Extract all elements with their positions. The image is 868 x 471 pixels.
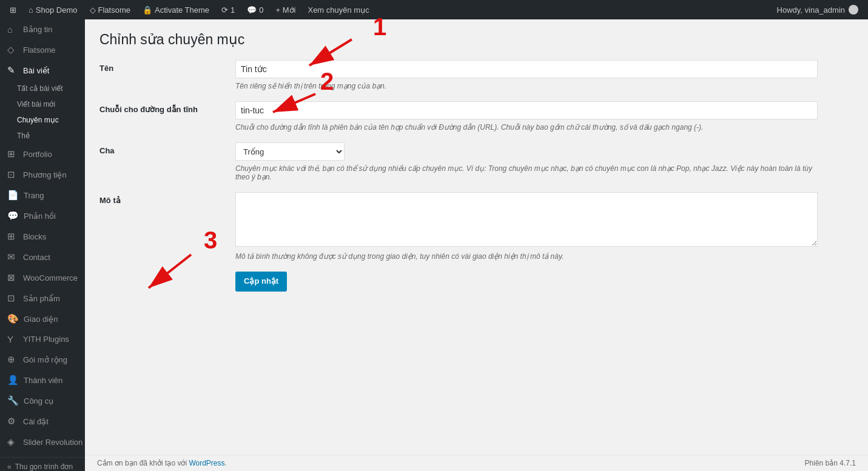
tools-icon: 🔧: [7, 395, 19, 406]
sidebar-submenu-bai-viet: Tất cả bài viết Viết bài mới Chuyên mục …: [0, 81, 85, 144]
wordpress-link[interactable]: WordPress: [189, 459, 224, 467]
footer-left: Cảm ơn bạn đã khởi tạo với WordPress.: [97, 459, 227, 467]
comments-icon: 💬: [7, 210, 19, 221]
contact-icon: ✉: [7, 252, 18, 262]
slider-icon: ◈: [7, 436, 18, 447]
textarea-mota[interactable]: [235, 192, 818, 247]
hint-mota: Mô tả bình thường không được sử dụng tro…: [235, 252, 818, 261]
user-info: Howdy, vina_admin: [772, 5, 863, 15]
comments[interactable]: 💬 0: [242, 0, 268, 19]
sidebar-item-san-pham[interactable]: ⊡ Sản phẩm: [0, 288, 85, 309]
sidebar-item-thanh-vien[interactable]: 👤 Thành viên: [0, 370, 85, 390]
wp-icon: ⊞: [10, 5, 16, 15]
hint-chuoi: Chuỗi cho đường dẫn tĩnh là phiên bản củ…: [235, 123, 818, 132]
extensions-icon: ⊕: [7, 354, 18, 365]
media-icon: ⊡: [7, 169, 18, 180]
sidebar-item-trang[interactable]: 📄 Trang: [0, 185, 85, 205]
form-row-cha: Cha Trống Chuyên mục khác với thẻ, bạn c…: [99, 142, 853, 181]
avatar[interactable]: [849, 5, 858, 15]
flatsome-icon: ◇: [7, 44, 18, 55]
sidebar-item-cai-dat[interactable]: ⚙ Cài đặt: [0, 411, 85, 432]
appearance-icon: 🎨: [7, 313, 19, 324]
sidebar-item-viet-bai-moi[interactable]: Viết bài mới: [0, 96, 85, 112]
pages-icon: 📄: [7, 190, 19, 201]
form-row-mota: Mô tả Mô tả bình thường không được sử dụ…: [99, 192, 853, 261]
admin-bar: ⊞ ⌂ Shop Demo ◇ Flatsome 🔒 Activate Them…: [0, 0, 868, 19]
footer: Cảm ơn bạn đã khởi tạo với WordPress. Ph…: [85, 455, 868, 471]
sidebar-item-portfolio[interactable]: ⊞ Portfolio: [0, 144, 85, 164]
main-content: Chỉnh sửa chuyên mục Tên Tên riêng sẽ hi…: [85, 19, 868, 471]
sidebar-item-chuyen-muc[interactable]: Chuyên mục: [0, 112, 85, 128]
sidebar-item-flatsome[interactable]: ◇ Flatsome: [0, 39, 85, 60]
yith-icon: Y: [7, 334, 18, 344]
sidebar-item-giao-dien[interactable]: 🎨 Giao diện: [0, 309, 85, 329]
field-chuoi: Chuỗi cho đường dẫn tĩnh là phiên bản củ…: [235, 101, 853, 132]
hint-ten: Tên riêng sẽ hiển thị trên trang mạng củ…: [235, 82, 818, 90]
page-title: Chỉnh sửa chuyên mục: [99, 32, 853, 48]
dashboard-icon: ⌂: [7, 24, 18, 35]
form-row-button: Cập nhật: [99, 272, 853, 292]
label-cha: Cha: [99, 142, 221, 155]
blocks-icon: ⊞: [7, 231, 18, 242]
form-row-chuoi: Chuỗi cho đường dẫn tĩnh Chuỗi cho đường…: [99, 101, 853, 132]
select-cha[interactable]: Trống: [235, 142, 345, 161]
flatsome-link[interactable]: ◇ Flatsome: [85, 0, 135, 19]
sidebar-item-bang-tin[interactable]: ⌂ Bảng tin: [0, 19, 85, 39]
wp-logo[interactable]: ⊞: [5, 0, 21, 19]
sidebar-item-blocks[interactable]: ⊞ Blocks: [0, 226, 85, 247]
woo-icon: ⊠: [7, 272, 18, 283]
label-chuoi: Chuỗi cho đường dẫn tĩnh: [99, 101, 221, 114]
sidebar-item-contact[interactable]: ✉ Contact: [0, 247, 85, 267]
new-item[interactable]: + Mới: [271, 0, 301, 19]
sidebar: ⌂ Bảng tin ◇ Flatsome ✎ Bài viết Tất cả …: [0, 19, 85, 471]
label-mota: Mô tả: [99, 192, 221, 205]
hint-cha: Chuyên mục khác với thẻ, bạn có thể sử d…: [235, 164, 818, 181]
sidebar-item-tat-ca-bai-viet[interactable]: Tất cả bài viết: [0, 81, 85, 96]
sidebar-item-phan-hoi[interactable]: 💬 Phản hồi: [0, 205, 85, 226]
sidebar-item-the[interactable]: Thẻ: [0, 128, 85, 144]
home-icon: ⌂: [29, 5, 33, 15]
flatsome-icon: ◇: [90, 5, 96, 15]
lock-icon: 🔒: [143, 5, 152, 15]
posts-icon: ✎: [7, 65, 18, 76]
sidebar-item-slider-revolution[interactable]: ◈ Slider Revolution: [0, 432, 85, 452]
field-cha: Trống Chuyên mục khác với thẻ, bạn có th…: [235, 142, 853, 181]
collapse-icon: «: [7, 463, 12, 471]
updates[interactable]: ⟳ 1: [217, 0, 240, 19]
sidebar-collapse[interactable]: « Thu gọn trình đơn: [0, 457, 85, 471]
form-row-ten: Tên Tên riêng sẽ hiển thị trên trang mạn…: [99, 60, 853, 90]
label-ten: Tên: [99, 60, 221, 73]
update-button[interactable]: Cập nhật: [235, 272, 287, 292]
portfolio-icon: ⊞: [7, 149, 18, 159]
input-ten[interactable]: [235, 60, 818, 78]
users-icon: 👤: [7, 375, 19, 386]
field-ten: Tên riêng sẽ hiển thị trên trang mạng củ…: [235, 60, 853, 90]
site-name[interactable]: ⌂ Shop Demo: [24, 0, 82, 19]
sidebar-item-phuong-tien[interactable]: ⊡ Phương tiện: [0, 164, 85, 185]
products-icon: ⊡: [7, 293, 18, 304]
sidebar-item-cong-cu[interactable]: 🔧 Công cụ: [0, 390, 85, 411]
comment-icon: 💬: [247, 5, 257, 15]
input-chuoi[interactable]: [235, 101, 818, 119]
settings-icon: ⚙: [7, 416, 18, 427]
activate-theme[interactable]: 🔒 Activate Theme: [138, 0, 214, 19]
view-category[interactable]: Xem chuyên mục: [303, 0, 374, 19]
field-mota: Mô tả bình thường không được sử dụng tro…: [235, 192, 853, 261]
sidebar-item-goi-mo-rong[interactable]: ⊕ Gói mở rộng: [0, 349, 85, 370]
sidebar-item-yith-plugins[interactable]: Y YITH Plugins: [0, 329, 85, 349]
sidebar-item-bai-viet[interactable]: ✎ Bài viết: [0, 60, 85, 81]
sidebar-item-woocommerce[interactable]: ⊠ WooCommerce: [0, 267, 85, 288]
footer-version: Phiên bản 4.7.1: [805, 459, 856, 467]
updates-icon: ⟳: [221, 5, 228, 15]
